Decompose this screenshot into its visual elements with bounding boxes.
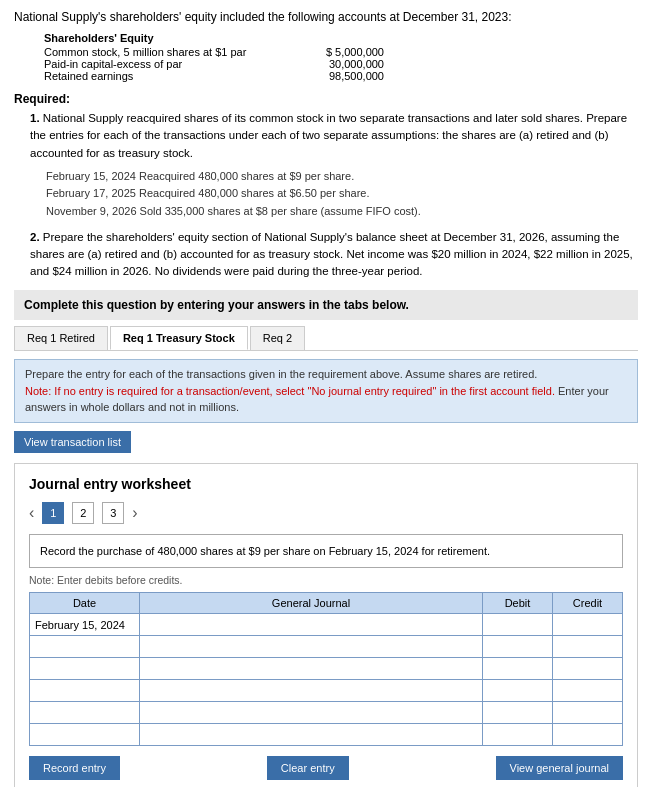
table-row-5	[30, 724, 623, 746]
row2-date[interactable]	[30, 658, 140, 680]
table-row-3	[30, 680, 623, 702]
journal-table: Date General Journal Debit Credit Februa…	[29, 592, 623, 746]
equity-row-1: Paid-in capital-excess of par 30,000,000	[44, 58, 384, 70]
page-1-button[interactable]: 1	[42, 502, 64, 524]
table-row-0: February 15, 2024	[30, 614, 623, 636]
prev-page-button[interactable]: ‹	[29, 504, 34, 522]
row2-debit[interactable]	[483, 658, 553, 680]
complete-box: Complete this question by entering your …	[14, 290, 638, 320]
row0-debit[interactable]	[483, 614, 553, 636]
bottom-buttons: Record entry Clear entry View general jo…	[29, 756, 623, 780]
blue-note-note: Note: If no entry is required for a tran…	[25, 385, 609, 414]
col-journal: General Journal	[140, 593, 483, 614]
table-row-2	[30, 658, 623, 680]
row1-credit[interactable]	[553, 636, 623, 658]
record-entry-button[interactable]: Record entry	[29, 756, 120, 780]
intro-text: National Supply's shareholders' equity i…	[14, 10, 638, 24]
row0-credit[interactable]	[553, 614, 623, 636]
page-nav: ‹ 1 2 3 ›	[29, 502, 623, 524]
row1-journal[interactable]	[140, 636, 483, 658]
req1-text: National Supply reacquired shares of its…	[30, 112, 627, 159]
view-transaction-button[interactable]: View transaction list	[14, 431, 131, 453]
row3-date[interactable]	[30, 680, 140, 702]
page-2-button[interactable]: 2	[72, 502, 94, 524]
row2-journal[interactable]	[140, 658, 483, 680]
required-label: Required:	[14, 92, 638, 106]
tab-req1-treasury[interactable]: Req 1 Treasury Stock	[110, 326, 248, 350]
col-credit: Credit	[553, 593, 623, 614]
view-journal-button[interactable]: View general journal	[496, 756, 623, 780]
clear-entry-button[interactable]: Clear entry	[267, 756, 349, 780]
row5-credit[interactable]	[553, 724, 623, 746]
worksheet-box: Journal entry worksheet ‹ 1 2 3 › Record…	[14, 463, 638, 787]
col-date: Date	[30, 593, 140, 614]
page-3-button[interactable]: 3	[102, 502, 124, 524]
tab-req1-retired[interactable]: Req 1 Retired	[14, 326, 108, 350]
req1-num: 1.	[30, 112, 40, 124]
transaction-2: November 9, 2026 Sold 335,000 shares at …	[46, 203, 638, 221]
blue-note-box: Prepare the entry for each of the transa…	[14, 359, 638, 423]
row4-credit[interactable]	[553, 702, 623, 724]
equity-row-0: Common stock, 5 million shares at $1 par…	[44, 46, 384, 58]
equity-value-0: $ 5,000,000	[284, 46, 384, 58]
transaction-1: February 17, 2025 Reacquired 480,000 sha…	[46, 185, 638, 203]
row0-journal[interactable]	[140, 614, 483, 636]
req1-item: 1. National Supply reacquired shares of …	[14, 110, 638, 221]
transaction-0: February 15, 2024 Reacquired 480,000 sha…	[46, 168, 638, 186]
blue-note-text: Prepare the entry for each of the transa…	[25, 368, 537, 380]
col-debit: Debit	[483, 593, 553, 614]
row0-date[interactable]: February 15, 2024	[30, 614, 140, 636]
equity-value-2: 98,500,000	[284, 70, 384, 82]
note-text: Note: Enter debits before credits.	[29, 574, 623, 586]
row3-journal[interactable]	[140, 680, 483, 702]
table-row-4	[30, 702, 623, 724]
row5-journal[interactable]	[140, 724, 483, 746]
table-row-1	[30, 636, 623, 658]
equity-row-2: Retained earnings 98,500,000	[44, 70, 384, 82]
equity-table: Shareholders' Equity Common stock, 5 mil…	[44, 32, 638, 82]
instruction-box: Record the purchase of 480,000 shares at…	[29, 534, 623, 569]
row4-debit[interactable]	[483, 702, 553, 724]
row1-date[interactable]	[30, 636, 140, 658]
equity-table-header: Shareholders' Equity	[44, 32, 638, 44]
equity-label-2: Retained earnings	[44, 70, 284, 82]
tab-req2[interactable]: Req 2	[250, 326, 305, 350]
equity-value-1: 30,000,000	[284, 58, 384, 70]
req2-item: 2. Prepare the shareholders' equity sect…	[14, 229, 638, 281]
row4-date[interactable]	[30, 702, 140, 724]
tabs-container: Req 1 Retired Req 1 Treasury Stock Req 2	[14, 320, 638, 351]
row5-debit[interactable]	[483, 724, 553, 746]
row1-debit[interactable]	[483, 636, 553, 658]
transaction-details: February 15, 2024 Reacquired 480,000 sha…	[46, 168, 638, 221]
worksheet-title: Journal entry worksheet	[29, 476, 623, 492]
row5-date[interactable]	[30, 724, 140, 746]
row4-journal[interactable]	[140, 702, 483, 724]
req2-text: Prepare the shareholders' equity section…	[30, 231, 633, 278]
equity-label-1: Paid-in capital-excess of par	[44, 58, 284, 70]
next-page-button[interactable]: ›	[132, 504, 137, 522]
req2-num: 2.	[30, 231, 40, 243]
equity-label-0: Common stock, 5 million shares at $1 par	[44, 46, 284, 58]
row2-credit[interactable]	[553, 658, 623, 680]
row3-debit[interactable]	[483, 680, 553, 702]
row3-credit[interactable]	[553, 680, 623, 702]
